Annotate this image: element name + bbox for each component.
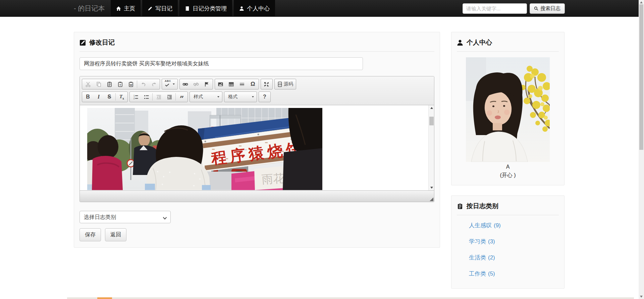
editor-content-area[interactable]: 皮 [80, 105, 434, 190]
paste-text-button[interactable]: T [115, 79, 125, 89]
nav-menu: 主页 写日记 日记分类管理 个人中心 [111, 0, 277, 17]
paste-button[interactable] [104, 79, 115, 89]
check-icon [165, 82, 170, 88]
categories-panel-title: 按日志类别 [467, 202, 498, 211]
source-button[interactable]: 源码 [275, 79, 296, 89]
search-icon [534, 6, 538, 11]
undo-button[interactable] [138, 79, 149, 89]
outdent-button[interactable] [153, 92, 164, 102]
link-group [179, 79, 213, 89]
resize-grip[interactable] [430, 197, 433, 201]
unlink-button[interactable] [191, 79, 202, 89]
divider [457, 215, 559, 215]
dropdown-caret-icon [173, 83, 175, 85]
about-group: ? [259, 92, 271, 102]
indent-button[interactable] [164, 92, 175, 102]
italic-button[interactable]: I [93, 92, 104, 102]
navbar-brand[interactable]: - 的日记本 [74, 4, 105, 13]
profile-panel-title: 个人中心 [467, 38, 492, 47]
clipboard-group: T W [82, 79, 160, 89]
diary-photo[interactable]: 皮 [87, 108, 322, 190]
paragraph-group: 12 [129, 92, 188, 102]
category-link-study[interactable]: 学习类(3) [469, 238, 559, 245]
blockquote-button[interactable]: ” [176, 92, 187, 102]
search-button[interactable]: 搜索日志 [530, 3, 565, 14]
category-select[interactable]: 选择日志类别 [79, 211, 171, 223]
dropdown-caret-icon [217, 96, 219, 98]
category-count: (2) [488, 254, 495, 261]
nav-item-label: 日记分类管理 [193, 5, 227, 12]
help-button[interactable]: ? [259, 92, 270, 102]
special-char-button[interactable]: Ω [248, 79, 258, 89]
redo-icon [151, 81, 157, 87]
clipboard-icon [457, 203, 463, 210]
nav-item-write-diary[interactable]: 写日记 [142, 0, 178, 17]
taskbar-edge [67, 297, 634, 299]
anchor-flag-button[interactable] [202, 79, 212, 89]
save-button[interactable]: 保存 [79, 228, 101, 241]
svg-text:W: W [129, 83, 132, 86]
cut-button[interactable] [83, 79, 93, 89]
back-button[interactable]: 返回 [105, 228, 126, 241]
rich-text-editor: T W [79, 76, 434, 202]
basicstyles-group: B I S Tx [82, 92, 128, 102]
copy-button[interactable] [93, 79, 104, 89]
flag-icon [204, 81, 210, 87]
category-count: (9) [494, 222, 501, 229]
strikethrough-button[interactable]: S [104, 92, 115, 102]
help-glyph: ? [263, 94, 266, 100]
insert-image-button[interactable] [215, 79, 226, 89]
scroll-up-arrow[interactable] [429, 105, 434, 111]
panel-title: 修改日记 [89, 38, 115, 47]
bold-button[interactable]: B [83, 92, 93, 102]
bullet-list-button[interactable] [141, 92, 152, 102]
dropdown-caret-icon [252, 96, 254, 98]
home-icon [116, 6, 121, 11]
window-scroll-down-arrow[interactable] [639, 294, 644, 299]
window-scrollbar-thumb[interactable] [639, 4, 643, 150]
nav-item-category-manage[interactable]: 日记分类管理 [179, 0, 232, 17]
remove-format-button[interactable]: Tx [116, 92, 127, 102]
top-navbar: - 的日记本 主页 写日记 日记分类管理 个人中心 搜索日志 [0, 0, 644, 17]
bold-glyph: B [86, 94, 90, 100]
paste-word-button[interactable]: W [125, 79, 136, 89]
toolbar-separator [175, 93, 176, 101]
book-icon [185, 6, 190, 11]
insert-table-button[interactable] [226, 79, 237, 89]
maximize-icon [264, 81, 269, 87]
edit-note-icon [79, 40, 86, 46]
numbered-list-button[interactable]: 12 [130, 92, 141, 102]
table-icon [228, 81, 234, 87]
nav-item-label: 写日记 [155, 5, 172, 12]
spellcheck-button[interactable]: ABC [162, 79, 177, 89]
styles-dropdown[interactable]: 样式 [191, 93, 221, 101]
toolbar-separator [115, 93, 116, 101]
undo-icon [141, 81, 146, 87]
search-input[interactable] [463, 3, 527, 14]
panel-title-row: 修改日记 [79, 38, 434, 47]
svg-text:T: T [119, 83, 121, 86]
format-combo-group: 格式 [224, 92, 257, 102]
source-doc-icon [277, 81, 283, 87]
numbered-list-icon: 12 [133, 94, 139, 100]
nav-item-profile[interactable]: 个人中心 [234, 0, 275, 17]
divider [79, 51, 434, 52]
paste-icon [107, 81, 112, 87]
category-link-lifestyle[interactable]: 生活类(2) [469, 254, 559, 261]
window-scroll-up-arrow[interactable] [639, 0, 644, 5]
diary-title-input[interactable] [79, 57, 363, 70]
link-button[interactable] [180, 79, 191, 89]
format-dropdown[interactable]: 格式 [225, 93, 256, 101]
indent-icon [167, 94, 172, 100]
category-link-life-sigh[interactable]: 人生感叹(9) [469, 222, 559, 229]
horizontal-line-button[interactable] [237, 79, 248, 89]
maximize-button[interactable] [261, 79, 272, 89]
scroll-down-arrow[interactable] [429, 185, 434, 190]
editor-scrollbar-thumb[interactable] [429, 117, 434, 125]
unlink-icon [193, 81, 199, 87]
redo-button[interactable] [149, 79, 159, 89]
category-link-work[interactable]: 工作类(5) [469, 270, 559, 278]
nav-item-home[interactable]: 主页 [111, 0, 141, 17]
avatar [466, 57, 550, 162]
spellcheck-label: ABC [165, 80, 171, 82]
